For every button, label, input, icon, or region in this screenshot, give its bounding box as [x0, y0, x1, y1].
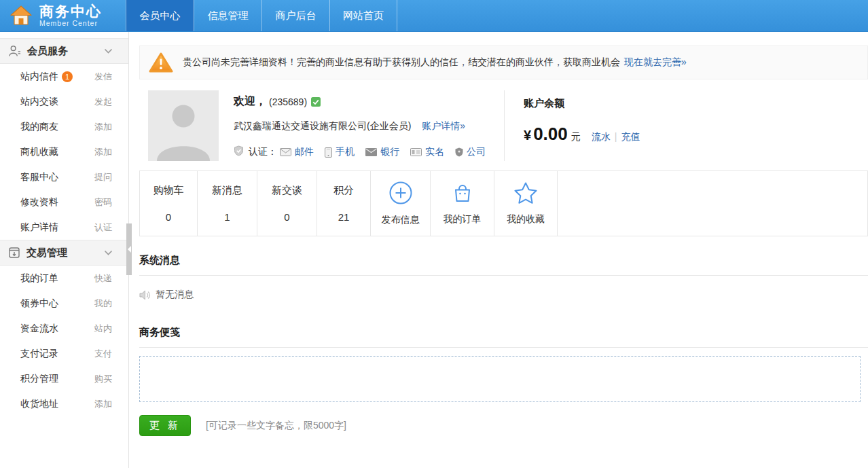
cert-link[interactable]: 手机	[336, 146, 355, 158]
quick-action[interactable]: 发布信息	[371, 171, 431, 236]
sidebar-item[interactable]: 我的订单 快递	[0, 266, 128, 291]
sidebar-item-action[interactable]: 发信	[94, 71, 112, 83]
cert-list: 邮件 手机 银行 实名 公司	[280, 146, 496, 158]
nav-tab[interactable]: 网站首页	[329, 0, 397, 31]
recharge-link[interactable]: 充值	[621, 131, 640, 142]
sidebar-item[interactable]: 收货地址 添加	[0, 391, 128, 416]
quick-action-label: 发布信息	[382, 214, 420, 226]
banner-text: 贵公司尚未完善详细资料！完善的商业信息有助于获得别人的信任，结交潜在的商业伙伴，…	[183, 56, 620, 69]
nav-tab[interactable]: 信息管理	[194, 0, 261, 31]
stat-cell: 新交谈 0	[257, 171, 317, 236]
stat-label: 新交谈	[272, 184, 302, 197]
sidebar-item-label: 站内交谈	[20, 96, 58, 108]
sidebar-section-header[interactable]: 交易管理	[0, 240, 128, 266]
stat-value[interactable]: 0	[166, 211, 171, 223]
sidebar-item-action[interactable]: 快递	[94, 272, 112, 285]
stat-label: 购物车	[153, 184, 184, 197]
home-icon	[10, 5, 33, 26]
cert-item[interactable]: 实名	[410, 146, 444, 158]
sidebar-item-label: 站内信件	[20, 71, 58, 83]
flow-link[interactable]: 流水	[592, 131, 611, 142]
sidebar-item[interactable]: 商机收藏 添加	[0, 139, 128, 164]
sidebar: 会员服务 站内信件 1 发信 站内交谈 发起 我的商友 添加 商机收藏 添加	[0, 32, 129, 468]
cert-item[interactable]: 公司	[455, 146, 486, 158]
app-title: 商务中心	[39, 4, 102, 19]
company-name: 武汉鑫瑞通达交通设施有限公司(企业会员)	[234, 120, 411, 131]
sidebar-item[interactable]: 账户详情 认证	[0, 215, 128, 240]
balance-links: 流水|充值	[592, 131, 640, 143]
sidebar-item-label: 资金流水	[20, 323, 58, 335]
complete-profile-link[interactable]: 现在就去完善»	[624, 56, 687, 69]
mail-icon	[280, 148, 291, 156]
cert-link[interactable]: 银行	[380, 146, 399, 158]
sidebar-item-label: 商机收藏	[20, 146, 58, 158]
app-logo[interactable]: 商务中心 Member Center	[0, 0, 126, 31]
stats-row: 购物车 0 新消息 1 新交谈 0 积分 21 发布信息 我的订单 我的收藏	[139, 170, 868, 236]
balance-title: 账户余额	[524, 97, 868, 110]
sidebar-item-action[interactable]: 认证	[94, 221, 112, 234]
speaker-icon	[139, 290, 151, 300]
main-content: 贵公司尚未完善详细资料！完善的商业信息有助于获得别人的信任，结交潜在的商业伙伴，…	[129, 32, 868, 468]
sidebar-item[interactable]: 领券中心 我的	[0, 291, 128, 316]
sidebar-item-action[interactable]: 提问	[94, 171, 112, 183]
update-button[interactable]: 更 新	[139, 415, 191, 436]
sidebar-item-action[interactable]: 我的	[94, 298, 112, 310]
quick-action[interactable]: 我的订单	[431, 171, 494, 236]
stat-value[interactable]: 0	[284, 211, 289, 223]
sidebar-item-label: 我的商友	[20, 121, 58, 133]
system-messages-title: 系统消息	[139, 254, 868, 276]
stat-label: 积分	[333, 184, 354, 197]
quick-action-label: 我的收藏	[507, 213, 545, 226]
cert-item[interactable]: 邮件	[280, 146, 314, 158]
sidebar-section-title: 交易管理	[26, 247, 104, 259]
sidebar-section-title: 会员服务	[27, 45, 104, 58]
sidebar-item-action[interactable]: 支付	[94, 348, 112, 360]
link-separator: |	[615, 131, 617, 142]
sidebar-item-action[interactable]: 发起	[94, 96, 112, 108]
verified-check-icon	[311, 97, 321, 107]
sidebar-item[interactable]: 客服中心 提问	[0, 164, 128, 190]
sidebar-section-header[interactable]: 会员服务	[0, 38, 128, 64]
top-header: 商务中心 Member Center 会员中心信息管理商户后台网站首页	[0, 0, 868, 32]
cert-label: 认证：	[249, 146, 277, 158]
memo-textarea[interactable]	[139, 356, 861, 402]
stat-cell: 新消息 1	[198, 171, 257, 236]
sidebar-item[interactable]: 支付记录 支付	[0, 341, 128, 366]
stat-value[interactable]: 1	[224, 211, 230, 223]
user-icon	[8, 45, 21, 57]
sidebar-item-action[interactable]: 添加	[94, 121, 112, 133]
star-icon	[513, 181, 538, 207]
sidebar-item-action[interactable]: 添加	[94, 146, 112, 158]
currency-symbol: ¥	[524, 128, 531, 143]
cert-item[interactable]: 手机	[325, 146, 355, 158]
quick-action[interactable]: 我的收藏	[494, 171, 558, 236]
avatar	[148, 90, 219, 161]
sidebar-item[interactable]: 我的商友 添加	[0, 114, 128, 139]
profile-warning-banner: 贵公司尚未完善详细资料！完善的商业信息有助于获得别人的信任，结交潜在的商业伙伴，…	[139, 46, 868, 79]
account-detail-link[interactable]: 账户详情»	[422, 120, 465, 131]
system-messages-empty: 暂无消息	[139, 289, 868, 301]
bag-icon	[451, 181, 474, 207]
sidebar-item-action[interactable]: 密码	[94, 196, 112, 209]
sidebar-item[interactable]: 积分管理 购买	[0, 366, 128, 391]
sidebar-item-action[interactable]: 添加	[94, 398, 112, 410]
sidebar-collapse-handle[interactable]	[126, 223, 132, 275]
sidebar-item[interactable]: 修改资料 密码	[0, 190, 128, 215]
cert-link[interactable]: 实名	[425, 146, 444, 158]
sidebar-item[interactable]: 站内信件 1 发信	[0, 64, 128, 89]
sidebar-item-label: 积分管理	[20, 373, 58, 385]
memo-title: 商务便笺	[139, 326, 868, 348]
nav-tabs: 会员中心信息管理商户后台网站首页	[126, 0, 397, 31]
stats-filler	[558, 171, 867, 236]
cert-link[interactable]: 公司	[467, 146, 486, 158]
nav-tab[interactable]: 会员中心	[126, 0, 194, 31]
sidebar-item-action[interactable]: 站内	[94, 323, 112, 335]
sidebar-item[interactable]: 站内交谈 发起	[0, 89, 128, 114]
nav-tab[interactable]: 商户后台	[261, 0, 329, 31]
stat-value[interactable]: 21	[338, 211, 350, 223]
sidebar-item[interactable]: 资金流水 站内	[0, 316, 128, 341]
sidebar-item-action[interactable]: 购买	[94, 373, 112, 385]
cert-link[interactable]: 邮件	[295, 146, 314, 158]
sidebar-item-label: 修改资料	[20, 196, 58, 209]
cert-item[interactable]: 银行	[365, 146, 399, 158]
